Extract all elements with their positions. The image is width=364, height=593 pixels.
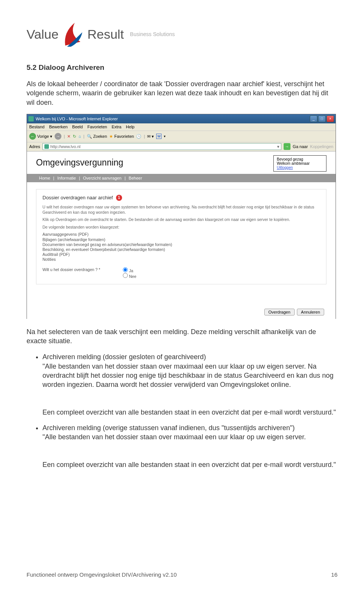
go-label: Ga naar (293, 144, 308, 149)
section-heading: 5.2 Dialoog Archiveren (27, 63, 337, 72)
window-title: Welkom bij LVO - Microsoft Internet Expl… (36, 117, 118, 121)
intro-paragraph: Als de lokaal beheerder / coordinator de… (27, 79, 337, 107)
back-button[interactable]: ←Vorige ▾ (29, 133, 52, 140)
address-label: Adres (29, 144, 40, 149)
bullet-2: Archiveren melding (overige statussen va… (42, 423, 337, 469)
panel-p3: De volgende bestanden worden klaargezet: (42, 225, 320, 230)
history-icon[interactable]: 🕓 (136, 134, 141, 139)
page-content: Omgevingsvergunning Bevoegd gezag Welkom… (27, 151, 336, 319)
bullet-list: Archiveren melding (dossier gesloten of … (27, 352, 337, 469)
panel-p2: Klik op Overdragen om de overdracht te s… (42, 217, 320, 222)
toolbar: ←Vorige ▾ → | ✕ ↻ ⌂ | 🔍 Zoeken ★ Favorie… (27, 131, 336, 142)
mail-icon[interactable]: ✉ ▾ (147, 134, 154, 139)
logout-link[interactable]: Uitloggen (277, 166, 293, 170)
word-icon[interactable]: W (156, 134, 162, 139)
nav-beheer[interactable]: Beheer (126, 176, 145, 180)
user-info-box: Bevoegd gezag Welkom ambtenaar Uitloggen (273, 155, 326, 172)
after-paragraph: Na het selecteren van de taak verschijnt… (27, 327, 337, 346)
step-badge: 1 (116, 195, 122, 201)
ie-icon (28, 116, 34, 121)
logo-tagline: Business Solutions (130, 31, 175, 37)
file-list: Aanvraaggegevens (PDF) Bijlagen (archief… (42, 232, 320, 262)
menu-favorieten[interactable]: Favorieten (87, 125, 107, 129)
address-input[interactable]: http://www.lvo.nl ▾ (42, 143, 281, 150)
user-role: Bevoegd gezag (277, 157, 323, 161)
menu-bar: Bestand Bewerken Beeld Favorieten Extra … (27, 123, 336, 131)
window-titlebar: Welkom bij LVO - Microsoft Internet Expl… (27, 114, 336, 123)
user-welcome: Welkom ambtenaar (277, 161, 323, 166)
panel-title: Dossier overdragen naar archief (42, 195, 113, 200)
links-label: Koppelingen (310, 144, 333, 149)
minimize-button[interactable]: _ (310, 115, 317, 122)
ie-page-icon (44, 144, 49, 149)
logo-text2: Result (87, 27, 124, 42)
menu-extra[interactable]: Extra (111, 125, 121, 129)
home-icon[interactable]: ⌂ (78, 134, 81, 139)
nav-informatie[interactable]: Informatie (54, 176, 79, 180)
search-button[interactable]: 🔍 Zoeken (87, 134, 107, 139)
footer-left: Functioneel ontwerp Omgevingsloket DIV/A… (27, 571, 177, 578)
forward-button[interactable]: → (55, 133, 61, 140)
logo-swish-icon (61, 21, 84, 47)
brand-logo: Value Result Business Solutions (27, 21, 337, 47)
dialog-panel: Dossier overdragen naar archief 1 U wilt… (36, 189, 326, 284)
app-nav: Home | Informatie | Overzicht aanvragen … (27, 174, 336, 182)
go-button[interactable]: → (284, 143, 290, 150)
maximize-button[interactable]: □ (318, 115, 326, 122)
overdragen-button[interactable]: Overdragen (264, 309, 295, 315)
menu-bewerken[interactable]: Bewerken (49, 125, 67, 129)
bullet-1: Archiveren melding (dossier gesloten of … (42, 352, 337, 417)
menu-bestand[interactable]: Bestand (29, 125, 44, 129)
screenshot-frame: Welkom bij LVO - Microsoft Internet Expl… (27, 114, 336, 319)
annuleren-button[interactable]: Annuleren (297, 309, 324, 315)
question-label: Wilt u het dossier overdragen ? * (42, 267, 100, 272)
page-footer: Functioneel ontwerp Omgevingsloket DIV/A… (27, 571, 337, 578)
close-button[interactable]: × (326, 115, 334, 122)
logo-text: Value (27, 27, 58, 42)
stop-icon[interactable]: ✕ (67, 134, 71, 139)
radio-nee[interactable]: Nee (123, 273, 136, 279)
menu-beeld[interactable]: Beeld (72, 125, 83, 129)
nav-overzicht[interactable]: Overzicht aanvragen (80, 176, 125, 180)
panel-p1: U wilt het dossier overdragen naar uw ei… (42, 205, 320, 215)
nav-home[interactable]: Home (36, 176, 53, 180)
menu-help[interactable]: Help (126, 125, 135, 129)
address-bar: Adres http://www.lvo.nl ▾ → Ga naar Kopp… (27, 142, 336, 151)
refresh-icon[interactable]: ↻ (73, 134, 76, 139)
favorites-button[interactable]: ★ Favorieten (109, 134, 134, 139)
app-title: Omgevingsvergunning (36, 155, 123, 170)
page-number: 16 (331, 571, 337, 578)
radio-ja[interactable]: Ja (123, 267, 136, 273)
